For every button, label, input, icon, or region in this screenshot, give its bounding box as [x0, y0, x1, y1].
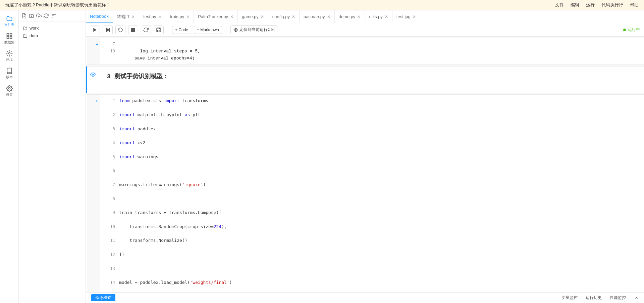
- top-banner: 玩腻了小游戏？Paddle手势识别玩转游戏玩出新花样！ 文件 编辑 运行 代码执…: [0, 0, 644, 10]
- add-markdown-button[interactable]: + Markdown: [194, 26, 222, 34]
- new-folder-icon[interactable]: [29, 13, 34, 18]
- tab-terminal[interactable]: 终端-1 ✕: [113, 10, 140, 23]
- code-chevron-up[interactable]: ▲: [638, 96, 642, 101]
- refresh-icon[interactable]: [44, 13, 49, 18]
- tab-testpy[interactable]: test.py ✕: [139, 10, 166, 23]
- run-history-btn[interactable]: 运行历史: [586, 295, 602, 301]
- save-icon: [156, 27, 161, 33]
- tab-trainpy-close[interactable]: ✕: [186, 15, 190, 19]
- cell-code-gutter: ↵: [87, 95, 100, 292]
- code-block: 1from paddlex.cls import transforms 2imp…: [106, 97, 632, 292]
- tab-utils-label: utils.py: [369, 14, 382, 19]
- code-line-7: 7: [106, 41, 632, 48]
- svg-point-20: [234, 28, 237, 31]
- cell-markdown-section3: 3 测试手势识别模型： ▲ ⋮: [86, 66, 644, 93]
- cell-code-main: ↵ 1from paddlex.cls import transforms 2i…: [86, 94, 644, 292]
- svg-marker-15: [106, 28, 109, 32]
- tab-notebook[interactable]: Notebook: [86, 10, 113, 23]
- sidebar-item-environment[interactable]: 环境: [1, 48, 17, 64]
- tab-demo[interactable]: demo.py ✕: [335, 10, 365, 23]
- tab-testpy-label: test.py: [143, 14, 156, 19]
- tab-testpy-close[interactable]: ✕: [158, 15, 162, 19]
- refresh-cell-button[interactable]: [141, 26, 151, 34]
- svg-point-25: [92, 74, 94, 75]
- menu-help[interactable]: 帮助: [630, 2, 639, 8]
- cell-eye-icon[interactable]: [88, 69, 98, 81]
- tab-demo-close[interactable]: ✕: [357, 15, 361, 19]
- notebook-toolbar: + Code + Markdown 定位到当前运行Cell: [86, 23, 644, 37]
- cell-code-content[interactable]: 1from paddlex.cls import transforms 2imp…: [100, 95, 637, 292]
- environment-icon: [6, 50, 13, 57]
- tab-gamepy[interactable]: game.py ✕: [238, 10, 268, 23]
- svg-rect-2: [7, 37, 9, 39]
- tab-palmtracker[interactable]: PalmTracker.py ✕: [194, 10, 238, 23]
- sidebar-env-label: 环境: [6, 57, 13, 62]
- run-button[interactable]: [90, 26, 100, 34]
- section-title: 3 测试手势识别模型：: [107, 73, 169, 80]
- save-button[interactable]: [154, 26, 164, 34]
- tab-configpy[interactable]: config.py ✕: [268, 10, 300, 23]
- cell-prev: ↵ 7 10 log_interval_steps = 5, save_inte…: [86, 38, 644, 65]
- sidebar-item-settings[interactable]: 设置: [1, 83, 17, 99]
- upload-icon[interactable]: [36, 13, 42, 18]
- tab-pacman-close[interactable]: ✕: [327, 15, 330, 19]
- tab-trainpy[interactable]: train.py ✕: [166, 10, 194, 23]
- tab-palmtracker-close[interactable]: ✕: [230, 15, 233, 19]
- bottom-bar: 命令模式 变量监控 运行历史 性能监控: [86, 292, 644, 303]
- sidebar-item-version[interactable]: 版本: [1, 66, 17, 82]
- menu-code-exec[interactable]: 代码执行行: [601, 2, 623, 8]
- menu-edit[interactable]: 编辑: [571, 2, 579, 8]
- sort-icon[interactable]: [51, 13, 56, 18]
- sidebar-item-dataset[interactable]: 数据集: [1, 31, 17, 47]
- cell-prev-more[interactable]: ⋮: [638, 46, 642, 50]
- command-mode-badge[interactable]: 命令模式: [91, 294, 115, 301]
- svg-marker-14: [93, 28, 96, 32]
- stop-button[interactable]: [128, 26, 138, 34]
- tab-notebook-label: Notebook: [90, 14, 109, 19]
- locate-button[interactable]: 定位到当前运行Cell: [230, 25, 278, 34]
- tab-testjpg-label: test.jpg: [396, 14, 411, 19]
- cell-prev-content[interactable]: 7 10 log_interval_steps = 5, save_interv…: [100, 38, 637, 64]
- run-all-button[interactable]: [103, 26, 113, 34]
- content-area: Notebook 终端-1 ✕ test.py ✕ train.py ✕ Pal…: [86, 10, 644, 303]
- restart-icon: [118, 27, 123, 33]
- sidebar-icons: 文件夹 数据集 环境 版本: [0, 10, 19, 303]
- tab-testjpg-close[interactable]: ✕: [413, 15, 416, 19]
- work-folder-label: work: [30, 26, 39, 31]
- tab-testjpg[interactable]: test.jpg ✕: [392, 10, 420, 23]
- locate-label: 定位到当前运行Cell: [239, 27, 275, 33]
- file-tree-item-work[interactable]: work: [19, 24, 86, 32]
- tab-terminal-close[interactable]: ✕: [131, 15, 135, 19]
- sidebar-item-folder[interactable]: 文件夹: [1, 13, 17, 29]
- restart-button[interactable]: [115, 26, 125, 34]
- code-more[interactable]: ⋮: [638, 102, 642, 107]
- tab-configpy-label: config.py: [272, 14, 290, 19]
- tab-pacman[interactable]: pacman.py ✕: [300, 10, 335, 23]
- perf-monitor-btn[interactable]: 性能监控: [610, 295, 626, 301]
- var-monitor-btn[interactable]: 变量监控: [561, 295, 578, 301]
- markdown-more[interactable]: ⋮: [638, 74, 642, 79]
- file-tree-item-data[interactable]: data: [19, 32, 86, 40]
- eye-icon-svg: [90, 72, 96, 77]
- data-folder-label: data: [30, 33, 38, 38]
- menu-file[interactable]: 文件: [555, 2, 564, 8]
- new-file-icon[interactable]: [21, 13, 27, 18]
- menu-run[interactable]: 运行: [586, 2, 595, 8]
- code-line-10: 10 log_interval_steps = 5,: [106, 48, 632, 55]
- tab-configpy-close[interactable]: ✕: [292, 15, 295, 19]
- tab-utils[interactable]: utils.py ✕: [365, 10, 392, 23]
- add-code-button[interactable]: + Code: [172, 26, 191, 34]
- folder-icon: [6, 15, 13, 22]
- cell-prev-chevron-up[interactable]: ▲: [638, 40, 642, 44]
- toolbar-separator: [168, 27, 168, 33]
- file-tree: work data: [19, 21, 86, 303]
- book-icon: [6, 68, 13, 74]
- play-icon: [92, 27, 98, 33]
- collapse-button[interactable]: [634, 295, 639, 301]
- tab-utils-close[interactable]: ✕: [385, 15, 388, 19]
- cell-markdown-content: 3 测试手势识别模型：: [99, 67, 637, 93]
- markdown-chevron-up[interactable]: ▲: [638, 68, 642, 73]
- tab-gamepy-close[interactable]: ✕: [261, 15, 264, 19]
- bottom-bar-right: 变量监控 运行历史 性能监控: [561, 295, 639, 301]
- notebook-content[interactable]: ↵ 7 10 log_interval_steps = 5, save_inte…: [86, 37, 644, 292]
